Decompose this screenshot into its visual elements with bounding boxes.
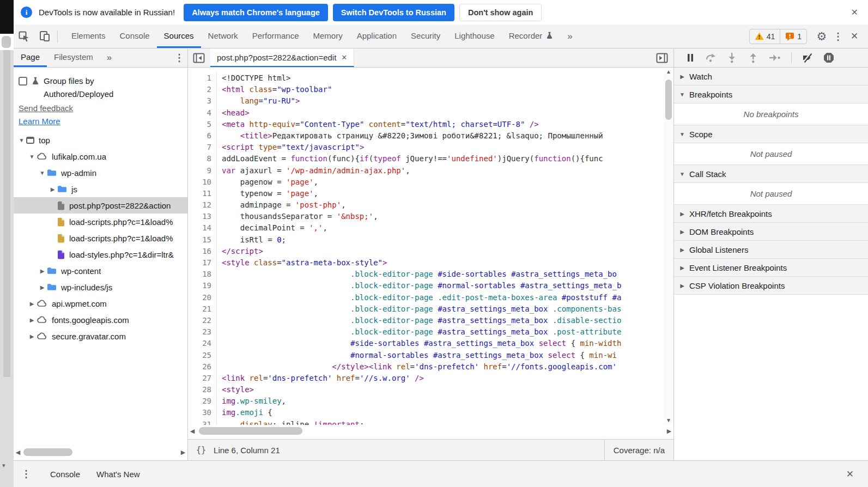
section-global-listeners[interactable]: ▶Global Listeners <box>674 241 868 259</box>
settings-gear-icon[interactable]: ⚙ <box>814 28 830 45</box>
code-editor[interactable]: 1<!DOCTYPE html>2<html class="wp-toolbar… <box>188 68 673 425</box>
tree-collapsed-icon[interactable]: ▶ <box>27 317 37 323</box>
line-number[interactable]: 5 <box>188 119 216 130</box>
drawer-menu-icon[interactable]: ⋮ <box>18 466 34 482</box>
line-number[interactable]: 1 <box>188 72 216 84</box>
line-number[interactable]: 13 <box>188 211 216 222</box>
line-number[interactable]: 14 <box>188 222 216 234</box>
group-files-checkbox[interactable] <box>19 77 27 86</box>
scrollbar-thumb[interactable] <box>23 448 72 456</box>
step-out-button[interactable] <box>748 52 758 63</box>
line-number[interactable]: 30 <box>188 407 216 418</box>
dont-show-again-button[interactable]: Don't show again <box>459 4 542 21</box>
tab-application[interactable]: Application <box>350 25 404 48</box>
tab-network[interactable]: Network <box>201 25 245 48</box>
tree-item[interactable]: load-styles.php?c=1&dir=ltr& <box>14 246 187 263</box>
pause-on-exceptions-button[interactable] <box>823 52 834 63</box>
tab-sources[interactable]: Sources <box>157 25 201 48</box>
show-debugger-sidebar-button[interactable] <box>651 48 673 67</box>
tree-collapsed-icon[interactable]: ▶ <box>27 333 37 339</box>
tab-memory[interactable]: Memory <box>306 25 350 48</box>
learn-more-link[interactable]: Learn More <box>19 115 60 128</box>
scroll-right-icon[interactable]: ▶ <box>179 449 187 456</box>
tree-collapsed-icon[interactable]: ▶ <box>38 268 47 274</box>
match-language-button[interactable]: Always match Chrome's language <box>184 4 328 21</box>
line-number[interactable]: 28 <box>188 384 216 395</box>
line-number[interactable]: 6 <box>188 130 216 142</box>
scroll-left-icon[interactable]: ◀ <box>188 428 197 435</box>
line-number[interactable]: 17 <box>188 257 216 269</box>
section-watch[interactable]: ▶Watch <box>674 68 868 86</box>
tree-expanded-icon[interactable]: ▼ <box>38 170 47 176</box>
tab-recorder[interactable]: Recorder <box>502 25 561 48</box>
line-number[interactable]: 25 <box>188 350 216 361</box>
line-number[interactable]: 10 <box>188 176 216 188</box>
tab-performance[interactable]: Performance <box>245 25 306 48</box>
devtools-menu-icon[interactable]: ⋮ <box>830 28 846 45</box>
tree-expanded-icon[interactable]: ▼ <box>17 137 26 143</box>
editor-vertical-scrollbar[interactable]: ▲ ▼ <box>664 68 673 425</box>
send-feedback-link[interactable]: Send feedback <box>19 102 73 115</box>
line-number[interactable]: 8 <box>188 153 216 165</box>
section-dom-breakpoints[interactable]: ▶DOM Breakpoints <box>674 223 868 241</box>
line-number[interactable]: 15 <box>188 234 216 246</box>
device-toolbar-button[interactable] <box>34 25 55 48</box>
navigator-more-tabs-button[interactable]: » <box>100 48 118 67</box>
line-number[interactable]: 4 <box>188 107 216 119</box>
line-number[interactable]: 29 <box>188 395 216 407</box>
tree-collapsed-icon[interactable]: ▶ <box>38 284 47 290</box>
navigator-menu-icon[interactable]: ⋮ <box>171 50 187 66</box>
tree-item[interactable]: load-scripts.php?c=1&load% <box>14 230 187 246</box>
line-number[interactable]: 2 <box>188 84 216 95</box>
line-number[interactable]: 11 <box>188 188 216 199</box>
warnings-badge[interactable]: 41 <box>749 29 781 44</box>
step-into-button[interactable] <box>726 52 737 63</box>
tree-collapsed-icon[interactable]: ▶ <box>27 301 37 307</box>
section-event-listener-breakpoints[interactable]: ▶Event Listener Breakpoints <box>674 259 868 277</box>
line-number[interactable]: 26 <box>188 361 216 373</box>
scroll-down-icon[interactable]: ▼ <box>666 416 671 425</box>
tree-collapsed-icon[interactable]: ▶ <box>48 186 57 192</box>
step-button[interactable] <box>769 52 781 63</box>
scrollbar-thumb[interactable] <box>199 427 302 435</box>
drawer-tab-console[interactable]: Console <box>42 470 88 479</box>
tab-lighthouse[interactable]: Lighthouse <box>447 25 501 48</box>
line-number[interactable]: 27 <box>188 373 216 384</box>
tree-item[interactable]: ▶api.wpmet.com <box>14 295 187 312</box>
infobar-close-icon[interactable]: ✕ <box>851 7 858 17</box>
step-over-button[interactable] <box>705 52 716 63</box>
sidebar-horizontal-scrollbar[interactable]: ◀ ▶ <box>14 447 187 458</box>
line-number[interactable]: 3 <box>188 95 216 107</box>
inspect-element-button[interactable] <box>14 25 34 48</box>
scrollbar-thumb[interactable] <box>665 80 672 120</box>
line-number[interactable]: 21 <box>188 303 216 315</box>
tree-item[interactable]: ▼lufikalp.com.ua <box>14 148 187 165</box>
drawer-tab-what-s-new[interactable]: What's New <box>88 470 148 479</box>
pretty-print-icon[interactable]: {} <box>196 445 206 455</box>
tree-item[interactable]: ▼wp-admin <box>14 165 187 181</box>
tree-item[interactable]: ▶js <box>14 181 187 197</box>
line-number[interactable]: 16 <box>188 246 216 257</box>
tree-expanded-icon[interactable]: ▼ <box>27 154 37 160</box>
line-number[interactable]: 19 <box>188 280 216 291</box>
errors-badge[interactable]: 1 <box>780 29 807 44</box>
tree-item[interactable]: ▶wp-content <box>14 263 187 279</box>
line-number[interactable]: 18 <box>188 269 216 280</box>
tab-console[interactable]: Console <box>113 25 157 48</box>
section-call-stack[interactable]: ▼Call Stack <box>674 165 868 183</box>
line-number[interactable]: 22 <box>188 315 216 326</box>
section-xhr-fetch-breakpoints[interactable]: ▶XHR/fetch Breakpoints <box>674 205 868 223</box>
section-breakpoints[interactable]: ▼Breakpoints <box>674 86 868 104</box>
tab-security[interactable]: Security <box>404 25 447 48</box>
more-tabs-button[interactable]: » <box>561 25 579 48</box>
tree-item[interactable]: ▶secure.gravatar.com <box>14 328 187 344</box>
editor-horizontal-scrollbar[interactable]: ◀ ▶ <box>188 425 673 437</box>
switch-to-russian-button[interactable]: Switch DevTools to Russian <box>333 4 454 21</box>
scroll-up-icon[interactable]: ▲ <box>666 68 671 76</box>
line-number[interactable]: 23 <box>188 326 216 338</box>
tree-item[interactable]: ▶fonts.googleapis.com <box>14 312 187 328</box>
line-number[interactable]: 12 <box>188 199 216 211</box>
editor-tab-close-icon[interactable]: ✕ <box>341 53 347 62</box>
line-number[interactable]: 24 <box>188 338 216 349</box>
line-number[interactable]: 31 <box>188 419 216 425</box>
